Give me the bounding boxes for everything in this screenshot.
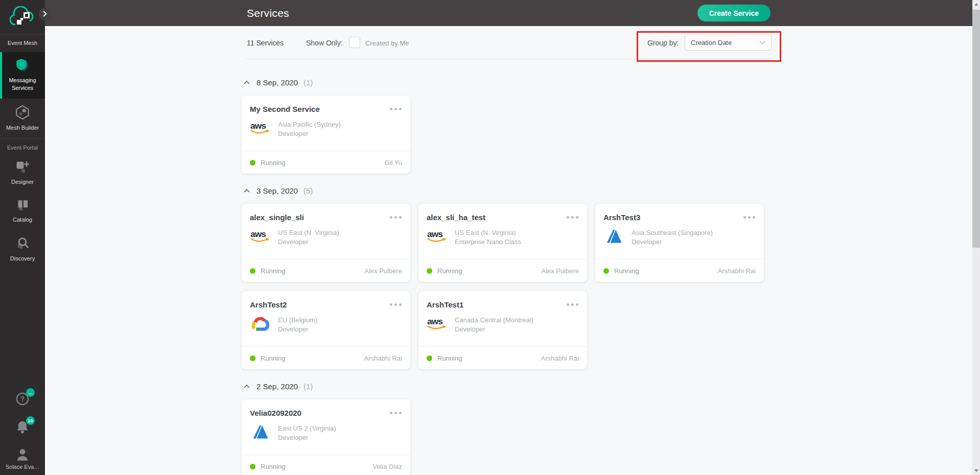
card-menu-button[interactable] <box>390 106 402 112</box>
service-details: US East (N. Virginia) Developer <box>278 228 339 247</box>
service-card[interactable]: My Second Service aws Asia Pacific (Sydn… <box>242 96 410 174</box>
azure-logo <box>250 424 271 440</box>
aws-logo: aws <box>427 228 448 244</box>
service-plan: Developer <box>455 325 533 334</box>
sidebar-item-event-mesh[interactable]: Event Mesh <box>0 35 45 52</box>
service-name: alex_sli_ha_test <box>427 213 485 222</box>
svg-text:?: ? <box>20 395 25 403</box>
scrollbar-track[interactable] <box>972 0 980 475</box>
status-label: Running <box>614 267 639 275</box>
service-owner: Alex Pulbere <box>541 267 579 275</box>
aws-logo: aws <box>427 316 448 331</box>
service-details: Asia Southeast (Singapore) Developer <box>632 228 713 247</box>
service-name: My Second Service <box>250 105 320 113</box>
service-card-grid: My Second Service aws Asia Pacific (Sydn… <box>242 96 768 174</box>
group-count: (1) <box>304 78 313 87</box>
ellipsis-icon <box>390 412 392 414</box>
sidebar-item-catalog[interactable]: Catalog <box>0 193 45 230</box>
ellipsis-icon <box>394 108 397 110</box>
group-collapse-button[interactable] <box>243 187 251 194</box>
ellipsis-icon <box>399 216 402 219</box>
triangle-down-icon <box>974 469 978 472</box>
card-menu-button[interactable] <box>390 410 402 416</box>
service-card-grid: alex_single_sli aws US East (N. Virginia… <box>242 204 768 369</box>
service-owner: Arshabhi Rai <box>718 267 756 275</box>
service-region: Canada Central (Montreal) <box>455 316 533 325</box>
topbar: Services Create Service <box>45 0 972 26</box>
card-header: alex_sli_ha_test <box>418 204 587 222</box>
group-collapse-button[interactable] <box>243 79 251 85</box>
service-plan: Developer <box>278 238 339 247</box>
service-plan: Developer <box>278 325 317 334</box>
person-icon <box>15 447 30 462</box>
service-card[interactable]: ArshTest3 Asia Southeast (Singapore) Dev… <box>595 204 764 282</box>
create-service-button[interactable]: Create Service <box>697 5 771 21</box>
help-button[interactable]: ? ... <box>15 391 30 409</box>
sidebar-item-discovery[interactable]: Discovery <box>0 230 45 269</box>
service-name: alex_single_sli <box>250 213 304 222</box>
created-by-me-label: Created by Me <box>365 39 409 47</box>
card-footer: Running Velia Diaz <box>242 455 410 475</box>
status-label: Running <box>437 267 462 275</box>
service-card-grid: Velia02092020 East US 2 (Virginia) Devel… <box>242 399 768 475</box>
sidebar-item-label: Event Mesh <box>8 39 37 47</box>
notifications-badge: 10 <box>26 416 35 425</box>
group-collapse-button[interactable] <box>243 383 251 389</box>
card-body: aws US East (N. Virginia) Enterprise Nan… <box>418 222 587 247</box>
main-area: Services Create Service 11 Services Show… <box>45 0 972 475</box>
service-owner: Arshabhi Rai <box>364 354 402 362</box>
group-count: (1) <box>304 382 313 391</box>
card-menu-button[interactable] <box>567 215 578 220</box>
service-card[interactable]: ArshTest2 EU (Belgium) Developer <box>242 291 410 369</box>
group-date: 8 Sep, 2020 <box>256 78 298 87</box>
hexagon-mesh-icon <box>14 104 31 121</box>
scrollbar-thumb[interactable] <box>972 10 980 248</box>
chevron-down-icon <box>759 41 765 45</box>
help-badge: ... <box>26 388 35 397</box>
service-group: 8 Sep, 2020 (1) My Second Service aws As… <box>242 78 768 174</box>
sidebar-item-messaging-services[interactable]: Messaging Services <box>0 52 45 99</box>
service-card[interactable]: Velia02092020 East US 2 (Virginia) Devel… <box>242 399 410 475</box>
service-owner: Alex Pulbere <box>364 267 402 275</box>
svg-text:aws: aws <box>250 121 266 131</box>
sidebar-item-designer[interactable]: Designer <box>0 154 45 193</box>
service-region: US East (N. Virginia) <box>455 228 521 238</box>
service-card[interactable]: ArshTest1 aws Canada Central (Montreal) … <box>418 291 587 369</box>
sidebar-item-mesh-builder[interactable]: Mesh Builder <box>0 99 45 138</box>
sidebar-expand-button[interactable] <box>39 8 51 20</box>
card-body: East US 2 (Virginia) Developer <box>242 417 410 442</box>
service-details: EU (Belgium) Developer <box>278 316 317 334</box>
discovery-search-icon <box>15 236 30 251</box>
services-count: 11 Services <box>247 39 284 47</box>
card-header: My Second Service <box>242 96 410 113</box>
created-by-me-checkbox[interactable] <box>349 37 360 48</box>
service-card[interactable]: alex_single_sli aws US East (N. Virginia… <box>242 204 410 282</box>
sidebar-item-label: Catalog <box>13 216 32 224</box>
card-menu-button[interactable] <box>390 215 402 220</box>
scrollbar-up-button[interactable] <box>972 0 980 9</box>
status-running-dot <box>427 355 432 361</box>
notifications-button[interactable]: 10 <box>15 419 30 437</box>
card-menu-button[interactable] <box>743 215 755 220</box>
card-menu-button[interactable] <box>390 302 402 307</box>
card-menu-button[interactable] <box>567 302 578 307</box>
chevron-up-icon <box>244 80 250 84</box>
card-footer: Running Arshabhi Rai <box>595 259 764 282</box>
cloud-logo-icon <box>8 6 37 29</box>
svg-text:aws: aws <box>427 316 442 326</box>
scrollbar-down-button[interactable] <box>972 466 980 475</box>
card-body: Asia Southeast (Singapore) Developer <box>595 222 764 247</box>
ellipsis-icon <box>399 108 402 110</box>
card-header: alex_single_sli <box>242 204 410 222</box>
svg-text:aws: aws <box>250 229 266 239</box>
ellipsis-icon <box>753 216 755 219</box>
service-region: EU (Belgium) <box>278 316 317 325</box>
status-running-dot <box>250 355 255 361</box>
status-running-dot <box>603 268 609 274</box>
user-menu[interactable]: Solace Eva… <box>6 447 40 470</box>
group-by-select[interactable]: Creation Date <box>685 35 772 51</box>
service-card[interactable]: alex_sli_ha_test aws US East (N. Virgini… <box>418 204 587 282</box>
group-date: 2 Sep, 2020 <box>256 382 298 391</box>
service-name: ArshTest3 <box>603 213 640 222</box>
group-by-value: Creation Date <box>691 39 732 46</box>
